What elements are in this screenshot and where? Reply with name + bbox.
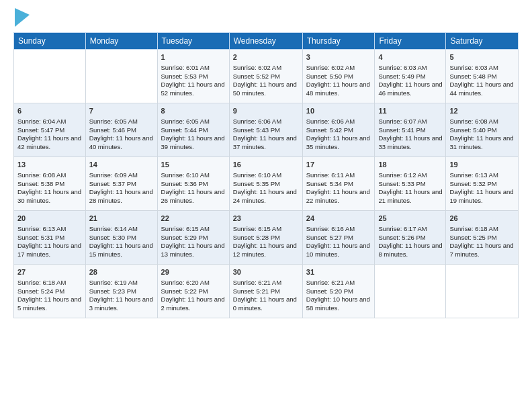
calendar-cell: 8Sunrise: 6:05 AM Sunset: 5:44 PM Daylig… [157, 103, 229, 157]
day-info: Sunrise: 6:08 AM Sunset: 5:40 PM Dayligh… [449, 118, 515, 152]
day-number: 22 [161, 214, 226, 224]
svg-marker-0 [15, 8, 30, 27]
day-info: Sunrise: 6:18 AM Sunset: 5:24 PM Dayligh… [17, 279, 82, 313]
col-header-sunday: Sunday [14, 33, 86, 50]
day-number: 18 [378, 160, 442, 170]
logo [13, 11, 30, 27]
col-header-tuesday: Tuesday [157, 33, 229, 50]
calendar-cell: 4Sunrise: 6:03 AM Sunset: 5:49 PM Daylig… [375, 50, 446, 103]
day-number: 31 [306, 267, 371, 277]
day-info: Sunrise: 6:10 AM Sunset: 5:36 PM Dayligh… [161, 171, 226, 205]
calendar-cell: 14Sunrise: 6:09 AM Sunset: 5:37 PM Dayli… [85, 157, 157, 211]
calendar-cell: 25Sunrise: 6:17 AM Sunset: 5:26 PM Dayli… [375, 211, 446, 265]
col-header-thursday: Thursday [302, 33, 375, 50]
day-number: 13 [17, 160, 82, 170]
calendar-cell: 22Sunrise: 6:15 AM Sunset: 5:29 PM Dayli… [157, 211, 229, 265]
calendar-cell: 28Sunrise: 6:19 AM Sunset: 5:23 PM Dayli… [85, 265, 157, 318]
calendar-cell: 26Sunrise: 6:18 AM Sunset: 5:25 PM Dayli… [446, 211, 519, 265]
day-number: 24 [306, 214, 371, 224]
day-number: 27 [17, 267, 82, 277]
calendar-cell [85, 50, 157, 103]
calendar-cell: 13Sunrise: 6:08 AM Sunset: 5:38 PM Dayli… [14, 157, 86, 211]
day-info: Sunrise: 6:11 AM Sunset: 5:34 PM Dayligh… [306, 171, 371, 205]
day-info: Sunrise: 6:07 AM Sunset: 5:41 PM Dayligh… [378, 118, 442, 152]
day-number: 15 [161, 160, 226, 170]
calendar-cell [14, 50, 86, 103]
day-number: 14 [89, 160, 154, 170]
calendar-cell: 18Sunrise: 6:12 AM Sunset: 5:33 PM Dayli… [375, 157, 446, 211]
day-info: Sunrise: 6:13 AM Sunset: 5:31 PM Dayligh… [17, 225, 82, 259]
calendar-cell: 29Sunrise: 6:20 AM Sunset: 5:22 PM Dayli… [157, 265, 229, 318]
day-number: 19 [449, 160, 515, 170]
logo-arrow-icon [15, 8, 30, 27]
day-number: 2 [233, 52, 299, 62]
day-info: Sunrise: 6:14 AM Sunset: 5:30 PM Dayligh… [89, 225, 154, 259]
col-header-friday: Friday [375, 33, 446, 50]
day-info: Sunrise: 6:15 AM Sunset: 5:29 PM Dayligh… [161, 225, 226, 259]
day-number: 23 [233, 214, 299, 224]
calendar-cell: 31Sunrise: 6:21 AM Sunset: 5:20 PM Dayli… [302, 265, 375, 318]
day-info: Sunrise: 6:03 AM Sunset: 5:49 PM Dayligh… [378, 64, 442, 98]
day-number: 9 [233, 106, 299, 116]
calendar-cell: 19Sunrise: 6:13 AM Sunset: 5:32 PM Dayli… [446, 157, 519, 211]
day-info: Sunrise: 6:06 AM Sunset: 5:42 PM Dayligh… [306, 118, 371, 152]
day-number: 10 [306, 106, 371, 116]
day-info: Sunrise: 6:01 AM Sunset: 5:53 PM Dayligh… [161, 64, 226, 98]
day-number: 6 [17, 106, 82, 116]
day-number: 21 [89, 214, 154, 224]
calendar-cell: 21Sunrise: 6:14 AM Sunset: 5:30 PM Dayli… [85, 211, 157, 265]
calendar-cell: 3Sunrise: 6:02 AM Sunset: 5:50 PM Daylig… [302, 50, 375, 103]
day-number: 16 [233, 160, 299, 170]
calendar-cell: 20Sunrise: 6:13 AM Sunset: 5:31 PM Dayli… [14, 211, 86, 265]
day-info: Sunrise: 6:05 AM Sunset: 5:44 PM Dayligh… [161, 118, 226, 152]
calendar-cell [446, 265, 519, 318]
calendar-cell: 6Sunrise: 6:04 AM Sunset: 5:47 PM Daylig… [14, 103, 86, 157]
col-header-saturday: Saturday [446, 33, 519, 50]
calendar-cell [375, 265, 446, 318]
calendar-table: SundayMondayTuesdayWednesdayThursdayFrid… [13, 32, 519, 318]
calendar-cell: 17Sunrise: 6:11 AM Sunset: 5:34 PM Dayli… [302, 157, 375, 211]
day-number: 25 [378, 214, 442, 224]
calendar-cell: 27Sunrise: 6:18 AM Sunset: 5:24 PM Dayli… [14, 265, 86, 318]
calendar-cell: 5Sunrise: 6:03 AM Sunset: 5:48 PM Daylig… [446, 50, 519, 103]
calendar-cell: 1Sunrise: 6:01 AM Sunset: 5:53 PM Daylig… [157, 50, 229, 103]
day-info: Sunrise: 6:02 AM Sunset: 5:52 PM Dayligh… [233, 64, 299, 98]
day-info: Sunrise: 6:20 AM Sunset: 5:22 PM Dayligh… [161, 279, 226, 313]
calendar-cell: 7Sunrise: 6:05 AM Sunset: 5:46 PM Daylig… [85, 103, 157, 157]
calendar-cell: 12Sunrise: 6:08 AM Sunset: 5:40 PM Dayli… [446, 103, 519, 157]
calendar-cell: 11Sunrise: 6:07 AM Sunset: 5:41 PM Dayli… [375, 103, 446, 157]
calendar-cell: 30Sunrise: 6:21 AM Sunset: 5:21 PM Dayli… [229, 265, 302, 318]
day-info: Sunrise: 6:15 AM Sunset: 5:28 PM Dayligh… [233, 225, 299, 259]
day-info: Sunrise: 6:09 AM Sunset: 5:37 PM Dayligh… [89, 171, 154, 205]
calendar-cell: 15Sunrise: 6:10 AM Sunset: 5:36 PM Dayli… [157, 157, 229, 211]
day-number: 5 [449, 52, 515, 62]
day-number: 29 [161, 267, 226, 277]
day-info: Sunrise: 6:08 AM Sunset: 5:38 PM Dayligh… [17, 171, 82, 205]
day-info: Sunrise: 6:05 AM Sunset: 5:46 PM Dayligh… [89, 118, 154, 152]
calendar-cell: 10Sunrise: 6:06 AM Sunset: 5:42 PM Dayli… [302, 103, 375, 157]
day-info: Sunrise: 6:04 AM Sunset: 5:47 PM Dayligh… [17, 118, 82, 152]
col-header-wednesday: Wednesday [229, 33, 302, 50]
calendar-cell: 24Sunrise: 6:16 AM Sunset: 5:27 PM Dayli… [302, 211, 375, 265]
day-number: 1 [161, 52, 226, 62]
day-info: Sunrise: 6:16 AM Sunset: 5:27 PM Dayligh… [306, 225, 371, 259]
day-number: 3 [306, 52, 371, 62]
day-number: 8 [161, 106, 226, 116]
day-number: 4 [378, 52, 442, 62]
day-info: Sunrise: 6:19 AM Sunset: 5:23 PM Dayligh… [89, 279, 154, 313]
day-number: 17 [306, 160, 371, 170]
day-number: 28 [89, 267, 154, 277]
day-info: Sunrise: 6:17 AM Sunset: 5:26 PM Dayligh… [378, 225, 442, 259]
calendar-cell: 9Sunrise: 6:06 AM Sunset: 5:43 PM Daylig… [229, 103, 302, 157]
day-info: Sunrise: 6:10 AM Sunset: 5:35 PM Dayligh… [233, 171, 299, 205]
day-info: Sunrise: 6:03 AM Sunset: 5:48 PM Dayligh… [449, 64, 515, 98]
day-number: 11 [378, 106, 442, 116]
day-info: Sunrise: 6:02 AM Sunset: 5:50 PM Dayligh… [306, 64, 371, 98]
day-info: Sunrise: 6:21 AM Sunset: 5:20 PM Dayligh… [306, 279, 371, 313]
day-info: Sunrise: 6:06 AM Sunset: 5:43 PM Dayligh… [233, 118, 299, 152]
day-number: 20 [17, 214, 82, 224]
page-header [13, 11, 519, 27]
calendar-cell: 16Sunrise: 6:10 AM Sunset: 5:35 PM Dayli… [229, 157, 302, 211]
day-info: Sunrise: 6:13 AM Sunset: 5:32 PM Dayligh… [449, 171, 515, 205]
day-number: 26 [449, 214, 515, 224]
